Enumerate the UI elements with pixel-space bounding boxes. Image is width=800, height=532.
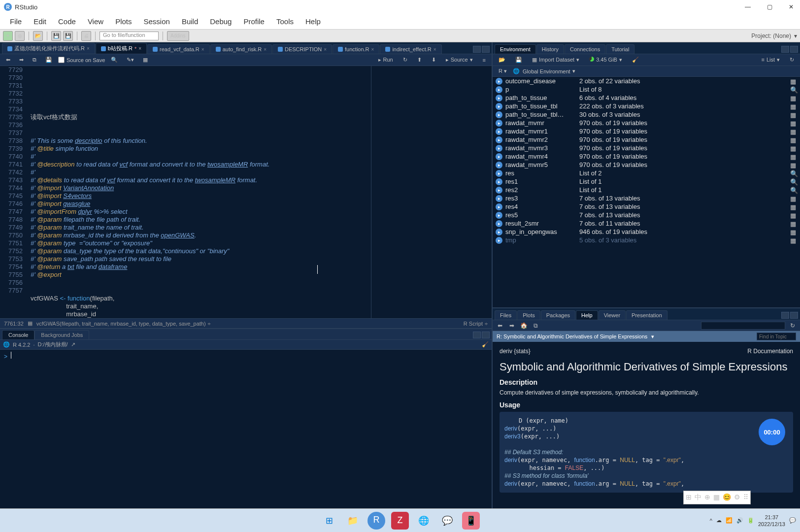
tab-file-5[interactable]: function.R× — [333, 44, 379, 54]
popout-icon[interactable]: ↗ — [71, 341, 75, 348]
env-row[interactable]: ▸res57 obs. of 13 variables▦ — [493, 211, 800, 219]
grid-icon[interactable]: ▦ — [790, 95, 797, 101]
tab-file-6[interactable]: indirect_effect.R× — [380, 44, 441, 54]
rerun-button[interactable]: ↻ — [400, 56, 410, 64]
onedrive-icon[interactable]: ☁ — [716, 517, 722, 524]
back-button[interactable]: ⬅ — [496, 322, 504, 330]
wechat-icon[interactable]: 💬 — [438, 512, 456, 530]
grid-icon[interactable]: ▦ — [790, 162, 797, 168]
clear-console-button[interactable]: 🧹 — [482, 341, 489, 348]
expand-icon[interactable]: ▸ — [496, 120, 502, 127]
tab-file-4[interactable]: DESCRIPTION× — [272, 44, 332, 54]
magnify-icon[interactable]: 🔍 — [790, 86, 797, 93]
go-down-button[interactable]: ⬇ — [429, 56, 439, 64]
env-row[interactable]: ▸res2List of 1🔍 — [493, 186, 800, 194]
expand-icon[interactable]: ▸ — [496, 145, 502, 152]
env-list[interactable]: ▸outcome_disease2 obs. of 22 variables▦▸… — [493, 77, 800, 307]
env-row[interactable]: ▸res1List of 1🔍 — [493, 177, 800, 186]
expand-icon[interactable]: ▸ — [496, 153, 502, 160]
go-up-button[interactable]: ⬆ — [414, 56, 425, 64]
code-content[interactable]: 读取vcf格式数据#' This is some descriptio of t… — [28, 66, 492, 318]
maximize-pane-button[interactable] — [482, 332, 490, 338]
magnify-icon[interactable]: 🔍 — [790, 170, 797, 177]
minimize-pane-button[interactable] — [781, 46, 789, 53]
tab-files[interactable]: Files — [495, 310, 517, 320]
expand-icon[interactable]: ▸ — [496, 136, 502, 143]
code-editor[interactable]: 7729773077317732773377347735773677377738… — [0, 66, 492, 318]
maximize-pane-button[interactable] — [790, 312, 798, 319]
notifications-icon[interactable]: 💬 — [789, 517, 796, 524]
minimize-pane-button[interactable] — [473, 46, 481, 53]
grid-icon[interactable]: ▦ — [790, 195, 797, 202]
grid-icon[interactable]: ▦ — [790, 78, 797, 85]
menu-plots[interactable]: Plots — [109, 15, 137, 28]
env-row[interactable]: ▸rawdat_mvmr3970 obs. of 19 variables▦ — [493, 144, 800, 152]
menu-help[interactable]: Help — [300, 15, 327, 28]
grid-icon[interactable]: ▦ — [790, 203, 797, 210]
ime-icon[interactable]: 😊 — [723, 493, 731, 502]
new-project-button[interactable]: ◎ — [15, 31, 25, 41]
grid-icon[interactable]: ▦ — [790, 136, 797, 143]
expand-icon[interactable]: ▸ — [496, 128, 502, 135]
tab-plots[interactable]: Plots — [517, 310, 540, 320]
save-button[interactable]: 💾 — [51, 31, 61, 41]
expand-icon[interactable]: ▸ — [496, 237, 502, 244]
working-dir[interactable]: D:/颅内脉瘤/ — [38, 341, 68, 348]
save-button[interactable]: 💾 — [42, 56, 55, 64]
env-row[interactable]: ▸res37 obs. of 13 variables▦ — [493, 194, 800, 202]
language-mode[interactable]: R Script — [464, 321, 483, 327]
list-view-button[interactable]: ≡List▾ — [758, 56, 783, 64]
help-search-input[interactable] — [701, 322, 785, 330]
tab-history[interactable]: History — [536, 44, 564, 54]
clock-time[interactable]: 21:37 — [758, 514, 785, 521]
env-row[interactable]: ▸rawdat_mvmr5970 obs. of 19 variables▦ — [493, 161, 800, 169]
load-workspace-button[interactable]: 📂 — [496, 56, 508, 64]
memory-usage[interactable]: 3.45 GiB▾ — [586, 56, 625, 64]
expand-icon[interactable]: ▸ — [496, 95, 502, 101]
close-icon[interactable]: × — [138, 46, 141, 51]
minimize-pane-button[interactable] — [781, 312, 789, 319]
tab-file-2[interactable]: read_vcf_data.R× — [147, 44, 210, 54]
show-in-new-window-button[interactable]: ⧉ — [30, 56, 39, 64]
print-button[interactable]: 🖨 — [81, 31, 91, 41]
tab-file-0[interactable]: 孟德尔随机化操作流程代码.R× — [2, 43, 95, 54]
tab-file-1[interactable]: b站投稿.R*× — [96, 43, 147, 54]
wifi-icon[interactable]: 📶 — [726, 517, 733, 524]
env-row[interactable]: ▸path_to_tissue_tbl…30 obs. of 3 variabl… — [493, 110, 800, 119]
expand-icon[interactable]: ▸ — [496, 187, 502, 194]
menu-view[interactable]: View — [82, 15, 109, 28]
menu-file[interactable]: File — [4, 15, 28, 28]
compile-report-button[interactable]: ▦ — [140, 56, 151, 64]
home-button[interactable]: 🏠 — [519, 322, 528, 330]
expand-icon[interactable]: ▸ — [496, 103, 502, 110]
app-icon[interactable]: 📱 — [462, 512, 480, 530]
menu-build[interactable]: Build — [176, 15, 204, 28]
grid-icon[interactable]: ▦ — [790, 153, 797, 160]
forward-button[interactable]: ➡ — [16, 56, 27, 64]
close-icon[interactable]: × — [324, 47, 327, 52]
ime-icon[interactable]: ⠿ — [743, 493, 748, 502]
ime-icon[interactable]: ⊕ — [704, 493, 710, 502]
magnify-icon[interactable]: 🔍 — [790, 178, 797, 185]
env-row[interactable]: ▸pList of 8🔍 — [493, 85, 800, 94]
env-scope[interactable]: Global Environment — [523, 68, 570, 74]
menu-tools[interactable]: Tools — [270, 15, 300, 28]
r-scope-button[interactable]: R ▾ — [496, 67, 510, 75]
env-row[interactable]: ▸res47 obs. of 13 variables▦ — [493, 202, 800, 211]
expand-icon[interactable]: ▸ — [496, 78, 502, 85]
addins-button[interactable]: Addins — [167, 31, 189, 41]
project-dropdown-icon[interactable]: ▾ — [794, 33, 797, 39]
run-button[interactable]: ▸Run — [375, 56, 396, 64]
source-button[interactable]: ▸Source▾ — [443, 56, 476, 64]
expand-icon[interactable]: ▸ — [496, 111, 502, 118]
env-row[interactable]: ▸rawdat_mvmr2970 obs. of 19 variables▦ — [493, 135, 800, 144]
zotero-icon[interactable]: Z — [391, 512, 409, 530]
tab-packages[interactable]: Packages — [541, 310, 575, 320]
tray-expand-icon[interactable]: ^ — [710, 518, 712, 524]
minimize-button[interactable]: — — [743, 2, 753, 12]
find-button[interactable]: 🔍 — [108, 56, 121, 64]
tab-viewer[interactable]: Viewer — [599, 310, 626, 320]
grid-icon[interactable]: ▦ — [790, 128, 797, 135]
close-icon[interactable]: × — [371, 47, 374, 52]
goto-file-search[interactable]: Go to file/function — [100, 32, 159, 40]
